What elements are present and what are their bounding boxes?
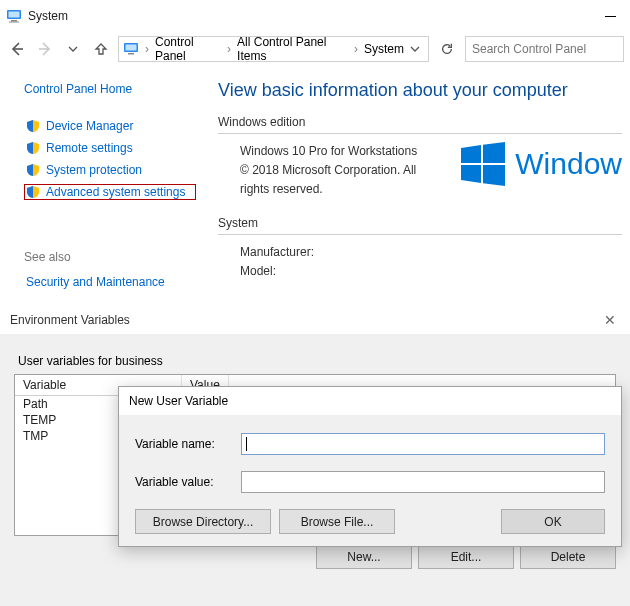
- windows-copyright: © 2018 Microsoft Corporation. All rights…: [240, 161, 430, 199]
- nav-up-button[interactable]: [90, 38, 112, 60]
- ok-button[interactable]: OK: [501, 509, 605, 534]
- minimize-button[interactable]: [596, 6, 624, 26]
- svg-rect-2: [11, 20, 17, 22]
- sidebar: Control Panel Home Device Manager Remote…: [0, 66, 200, 306]
- navigation-bar: › Control Panel › All Control Panel Item…: [0, 32, 630, 66]
- variable-value-input[interactable]: [241, 471, 605, 493]
- variable-name-label: Variable name:: [135, 437, 231, 451]
- chevron-right-icon: ›: [223, 42, 235, 56]
- env-dialog-body: User variables for business Variable Val…: [0, 334, 630, 606]
- sidebar-item-label: Security and Maintenance: [26, 275, 165, 289]
- svg-marker-8: [483, 142, 505, 163]
- nav-forward-button[interactable]: [34, 38, 56, 60]
- content-pane: View basic information about your comput…: [200, 66, 630, 306]
- shield-icon: [26, 119, 40, 133]
- new-button[interactable]: New...: [316, 544, 412, 569]
- svg-rect-6: [128, 53, 134, 55]
- env-dialog-titlebar: Environment Variables ✕: [0, 306, 630, 334]
- shield-icon: [26, 141, 40, 155]
- breadcrumb-dropdown[interactable]: [406, 44, 424, 54]
- breadcrumb-item[interactable]: All Control Panel Items: [237, 36, 348, 62]
- search-placeholder: Search Control Panel: [472, 42, 586, 56]
- variable-value-label: Variable value:: [135, 475, 231, 489]
- system-icon: [123, 41, 139, 57]
- nav-recent-dropdown[interactable]: [62, 38, 84, 60]
- sidebar-item-security-maintenance[interactable]: Security and Maintenance: [24, 274, 196, 290]
- sidebar-item-remote-settings[interactable]: Remote settings: [24, 140, 196, 156]
- sidebar-item-label: Remote settings: [46, 141, 133, 155]
- windows-edition-heading: Windows edition: [218, 115, 622, 129]
- sidebar-item-label: System protection: [46, 163, 142, 177]
- chevron-right-icon: ›: [141, 42, 153, 56]
- user-variables-heading: User variables for business: [18, 354, 616, 368]
- shield-icon: [26, 185, 40, 199]
- see-also-heading: See also: [24, 250, 196, 264]
- sidebar-item-advanced-system-settings[interactable]: Advanced system settings: [24, 184, 196, 200]
- sidebar-item-label: Device Manager: [46, 119, 133, 133]
- window-title: System: [28, 9, 68, 23]
- windows-edition-value: Windows 10 Pro for Workstations: [240, 142, 430, 161]
- page-heading: View basic information about your comput…: [218, 80, 622, 101]
- windows-brand-text: Window: [515, 147, 622, 181]
- svg-rect-3: [9, 22, 19, 23]
- breadcrumb-item[interactable]: Control Panel: [155, 36, 221, 62]
- svg-marker-10: [483, 165, 505, 186]
- refresh-button[interactable]: [435, 37, 459, 61]
- close-button[interactable]: ✕: [600, 312, 620, 328]
- model-label: Model:: [240, 262, 622, 281]
- sidebar-item-label: Advanced system settings: [46, 185, 185, 199]
- svg-marker-9: [461, 165, 481, 183]
- sidebar-item-system-protection[interactable]: System protection: [24, 162, 196, 178]
- windows-logo: Window: [461, 142, 622, 186]
- variable-name-input[interactable]: [241, 433, 605, 455]
- system-heading: System: [218, 216, 622, 230]
- svg-rect-1: [9, 12, 20, 18]
- breadcrumb-item[interactable]: System: [364, 42, 404, 56]
- chevron-right-icon: ›: [350, 42, 362, 56]
- system-icon: [6, 8, 22, 24]
- nav-back-button[interactable]: [6, 38, 28, 60]
- sidebar-item-device-manager[interactable]: Device Manager: [24, 118, 196, 134]
- address-breadcrumb[interactable]: › Control Panel › All Control Panel Item…: [118, 36, 429, 62]
- shield-icon: [26, 163, 40, 177]
- window-titlebar: System: [0, 0, 630, 32]
- manufacturer-label: Manufacturer:: [240, 243, 622, 262]
- delete-button[interactable]: Delete: [520, 544, 616, 569]
- browse-file-button[interactable]: Browse File...: [279, 509, 395, 534]
- svg-marker-7: [461, 145, 481, 163]
- browse-directory-button[interactable]: Browse Directory...: [135, 509, 271, 534]
- edit-button[interactable]: Edit...: [418, 544, 514, 569]
- dialog-title: New User Variable: [119, 387, 621, 415]
- search-input[interactable]: Search Control Panel: [465, 36, 624, 62]
- env-dialog-title: Environment Variables: [10, 313, 130, 327]
- new-user-variable-dialog: New User Variable Variable name: Variabl…: [118, 386, 622, 547]
- control-panel-home-link[interactable]: Control Panel Home: [24, 82, 196, 96]
- svg-rect-5: [126, 45, 137, 51]
